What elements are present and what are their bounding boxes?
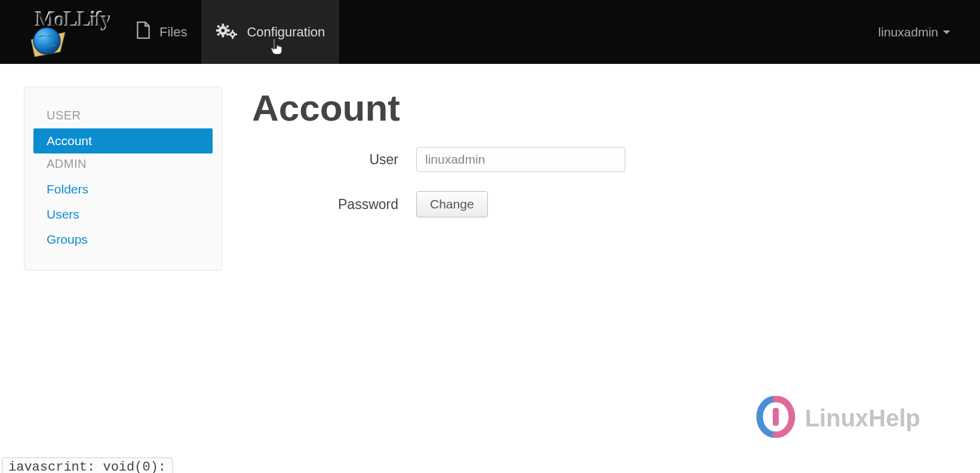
user-menu-label: linuxadmin [878, 25, 938, 39]
svg-rect-6 [216, 29, 219, 32]
nav-files[interactable]: Files [121, 0, 201, 64]
nav-configuration-label: Configuration [247, 24, 325, 40]
svg-rect-18 [773, 408, 779, 426]
svg-point-13 [232, 33, 234, 35]
nav-configuration[interactable]: Configuration [201, 0, 339, 64]
sidebar-item-label: Folders [47, 182, 88, 196]
sidebar-item-account[interactable]: Account [33, 128, 213, 153]
svg-rect-17 [235, 33, 238, 35]
user-label: User [252, 152, 416, 168]
password-label: Password [252, 196, 416, 213]
user-input[interactable] [416, 147, 625, 172]
sidebar-item-label: Users [47, 207, 79, 221]
navbar: MoLLify Files [0, 0, 980, 64]
gears-icon [216, 22, 238, 43]
sidebar-heading-admin: ADMIN [33, 153, 213, 177]
sidebar-item-folders[interactable]: Folders [33, 177, 213, 202]
nav-files-label: Files [159, 24, 187, 40]
svg-rect-4 [222, 23, 225, 26]
sidebar-heading-user: USER [33, 105, 213, 128]
linuxhelp-text: LinuxHelp [805, 405, 920, 432]
file-icon [136, 22, 151, 43]
linuxhelp-logo: LinuxHelp [755, 396, 920, 440]
svg-rect-15 [232, 36, 234, 39]
brand-text: MoLLify [35, 6, 110, 31]
content: Account User Password Change [252, 87, 956, 236]
page-title: Account [252, 87, 956, 129]
sidebar-item-label: Groups [47, 232, 88, 246]
sidebar-item-users[interactable]: Users [33, 202, 213, 227]
svg-rect-7 [227, 29, 230, 32]
sidebar-item-groups[interactable]: Groups [33, 227, 213, 252]
svg-point-1 [33, 27, 60, 54]
sidebar-item-label: Account [47, 134, 92, 148]
brand-logo[interactable]: MoLLify [29, 4, 112, 60]
linuxhelp-icon [755, 396, 797, 440]
field-user: User [252, 147, 956, 172]
sidebar: USER Account ADMIN Folders Users Groups [24, 87, 222, 271]
main-area: USER Account ADMIN Folders Users Groups … [0, 64, 980, 293]
svg-rect-5 [222, 34, 225, 37]
svg-rect-16 [228, 33, 231, 35]
svg-rect-14 [232, 30, 234, 32]
status-bar: iavascrint: void(0): [2, 457, 173, 473]
user-menu[interactable]: linuxadmin [878, 25, 968, 39]
field-password: Password Change [252, 191, 956, 217]
change-password-button[interactable]: Change [416, 191, 488, 217]
svg-point-3 [222, 29, 225, 32]
caret-down-icon [943, 30, 950, 34]
